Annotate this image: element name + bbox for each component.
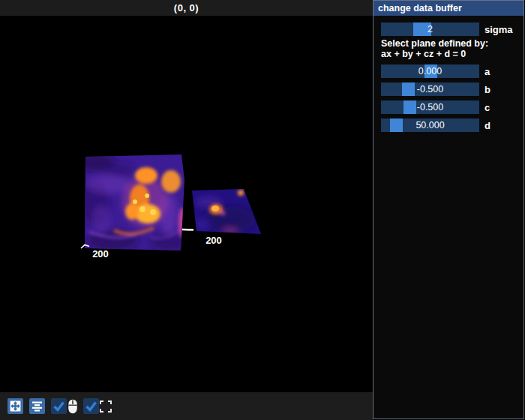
panel-header[interactable]: change data buffer [374,1,524,16]
plane-description-line1: Select plane defined by: [381,38,488,49]
expand-arrows-icon [10,400,21,412]
plane-c-label: c [484,100,490,114]
plane-c-slider-value: -0.500 [381,100,479,114]
volume-slices-render: 200 200 [0,16,373,392]
plane-b-slider[interactable]: -0.500 [381,82,479,96]
left-image-slice [76,149,191,258]
axis-label-right: 200 [206,235,222,246]
align-center-button[interactable] [29,398,45,414]
scene-canvas[interactable]: 200 200 [0,16,373,392]
control-panel: change data buffer 2 sigma Select plane … [373,0,524,419]
checkmark-icon [85,400,98,412]
axis-line [182,230,194,230]
plane-description-line2: ax + by + cz + d = 0 [381,49,466,59]
viewport-title: (0, 0) [174,2,199,14]
plane-a-slider[interactable]: 0.000 [381,64,479,78]
align-lines-icon [32,400,43,412]
fit-view-button[interactable] [8,398,23,414]
toggle-checkbox-2[interactable] [83,398,99,414]
mouse-mode-indicator [67,398,78,414]
plane-c-slider[interactable]: -0.500 [381,100,479,114]
plane-b-label: b [484,82,490,96]
application-window: (0, 0) [0,0,525,420]
plane-a-label: a [484,64,490,78]
mouse-icon [68,399,78,414]
axis-label-left: 200 [92,248,109,260]
checkmark-icon [52,400,65,412]
sigma-slider[interactable]: 2 [381,22,479,36]
plane-a-slider-value: 0.000 [381,64,479,78]
bottom-toolbar [0,392,373,420]
plane-d-slider[interactable]: 50.000 [381,118,479,132]
viewport-titlebar: (0, 0) [0,0,373,16]
sigma-label: sigma [484,22,513,36]
sigma-slider-value: 2 [381,22,479,36]
plane-b-slider-value: -0.500 [381,82,479,96]
plane-d-slider-value: 50.000 [381,118,479,132]
plane-d-label: d [484,118,490,132]
right-image-slice [188,184,266,237]
fullscreen-corners-icon [100,400,112,412]
panel-title: change data buffer [374,3,462,14]
fullscreen-button[interactable] [99,398,112,414]
toggle-checkbox-1[interactable] [51,398,67,414]
